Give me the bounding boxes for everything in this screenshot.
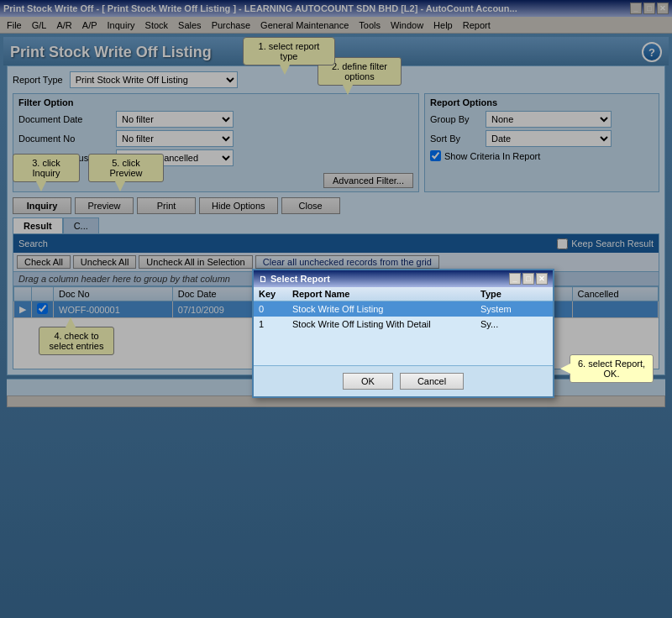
modal-row-1[interactable]: 1 Stock Write Off Listing With Detail Sy… <box>254 317 553 332</box>
callout-select-report: 6. select Report, OK. <box>570 354 654 383</box>
modal-row-0-type: System <box>480 304 548 314</box>
modal-maximize[interactable]: □ <box>522 273 534 285</box>
modal-ok-button[interactable]: OK <box>343 373 393 390</box>
modal-row-1-type: Sy... <box>480 319 548 329</box>
modal-minimize[interactable]: _ <box>509 273 521 285</box>
modal-title: Select Report <box>270 274 330 284</box>
modal-buttons: OK Cancel <box>254 365 553 396</box>
modal-title-buttons: _ □ ✕ <box>509 273 548 285</box>
modal-row-0-name: Stock Write Off Listing <box>292 304 480 314</box>
modal-dialog: 🗋 Select Report _ □ ✕ Key Report Name Ty… <box>252 269 554 398</box>
modal-row-0-key: 0 <box>259 304 292 314</box>
modal-cancel-button[interactable]: Cancel <box>400 373 464 390</box>
modal-spacer <box>254 332 553 365</box>
modal-row-0[interactable]: 0 Stock Write Off Listing System <box>254 301 553 317</box>
modal-close[interactable]: ✕ <box>536 273 548 285</box>
modal-col-report-name: Report Name <box>292 289 480 299</box>
modal-col-type: Type <box>480 289 548 299</box>
modal-col-key: Key <box>259 289 292 299</box>
modal-title-bar: 🗋 Select Report _ □ ✕ <box>254 270 553 287</box>
modal-row-1-name: Stock Write Off Listing With Detail <box>292 319 480 329</box>
modal-row-1-key: 1 <box>259 319 292 329</box>
modal-table-header: Key Report Name Type <box>254 287 553 301</box>
